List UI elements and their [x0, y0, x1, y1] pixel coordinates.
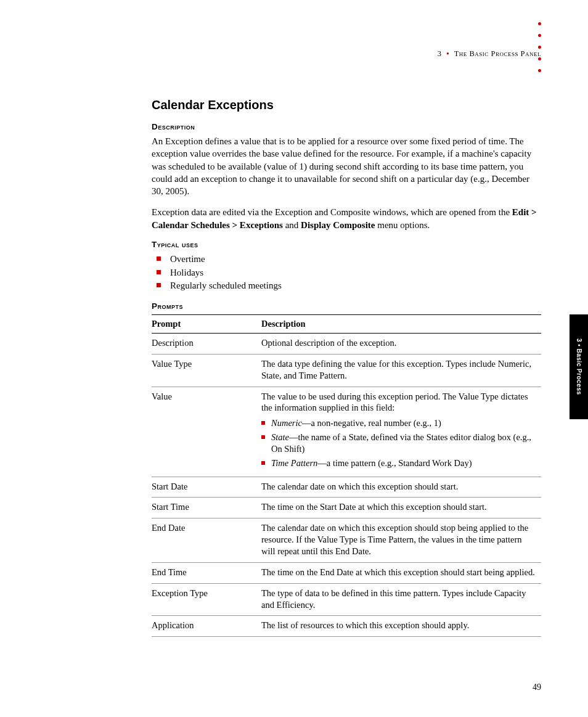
- cell-description: Optional description of the exception.: [261, 334, 541, 354]
- table-row: Exception Type The type of data to be de…: [152, 583, 541, 616]
- value-type-name: Numeric: [271, 418, 302, 428]
- p2-text-mid: and: [283, 220, 301, 230]
- header-separator-dot: •: [444, 49, 452, 58]
- list-item: Regularly scheduled meetings: [155, 279, 541, 293]
- list-item: Overtime: [155, 253, 541, 266]
- cell-description: The type of data to be defined in this t…: [261, 583, 541, 616]
- header-chapter-title: The Basic Process Panel: [454, 49, 541, 58]
- cell-value-intro: The value to be used during this excepti…: [261, 391, 528, 413]
- cell-description: The calendar date on which this exceptio…: [261, 518, 541, 563]
- cell-prompt: End Date: [152, 518, 261, 563]
- table-row: Value The value to be used during this e…: [152, 387, 541, 477]
- table-row: Description Optional description of the …: [152, 334, 541, 354]
- cell-prompt: Value Type: [152, 354, 261, 387]
- cell-description: The time on the End Date at which this e…: [261, 562, 541, 583]
- prompts-table: Prompt Description Description Optional …: [152, 314, 541, 637]
- p2-text-post: menu options.: [375, 220, 430, 230]
- cell-prompt: Value: [152, 387, 261, 477]
- table-header-description: Description: [261, 315, 541, 334]
- running-header: 3 • The Basic Process Panel: [152, 49, 541, 59]
- value-type-desc: —the name of a State, defined via the St…: [271, 432, 531, 454]
- header-chapter-number: 3: [438, 49, 442, 58]
- page-number: 49: [533, 682, 541, 692]
- cell-prompt: Start Time: [152, 498, 261, 518]
- subhead-prompts: Prompts: [152, 301, 541, 311]
- list-item: State—the name of a State, defined via t…: [261, 432, 536, 455]
- cell-prompt: Start Date: [152, 477, 261, 498]
- description-paragraph-1: An Exception defines a value that is to …: [152, 135, 541, 197]
- list-item: Holidays: [155, 266, 541, 280]
- table-row: Start Date The calendar date on which th…: [152, 477, 541, 498]
- description-paragraph-2: Exception data are edited via the Except…: [152, 206, 541, 231]
- subhead-typical-uses: Typical uses: [152, 240, 541, 249]
- value-type-name: Time Pattern: [271, 458, 317, 468]
- list-item: Numeric—a non-negative, real number (e.g…: [261, 417, 536, 429]
- value-type-desc: —a time pattern (e.g., Standard Work Day…: [317, 458, 472, 468]
- cell-description: The list of resources to which this exce…: [261, 616, 541, 637]
- cell-prompt: Exception Type: [152, 583, 261, 616]
- cell-description: The value to be used during this excepti…: [261, 387, 541, 477]
- cell-prompt: Application: [152, 616, 261, 637]
- subhead-description: Description: [152, 122, 541, 131]
- value-type-sublist: Numeric—a non-negative, real number (e.g…: [261, 417, 536, 469]
- p2-bold-display-composite: Display Composite: [301, 220, 375, 230]
- cell-description: The time on the Start Date at which this…: [261, 498, 541, 518]
- table-row: Value Type The data type defining the va…: [152, 354, 541, 387]
- list-item: Time Pattern—a time pattern (e.g., Stand…: [261, 457, 536, 469]
- table-row: End Time The time on the End Date at whi…: [152, 562, 541, 583]
- cell-description: The calendar date on which this exceptio…: [261, 477, 541, 498]
- typical-uses-list: Overtime Holidays Regularly scheduled me…: [155, 253, 541, 293]
- table-header-prompt: Prompt: [152, 315, 261, 334]
- table-row: End Date The calendar date on which this…: [152, 518, 541, 563]
- cell-prompt: Description: [152, 334, 261, 354]
- cell-description: The data type defining the value for thi…: [261, 354, 541, 387]
- value-type-desc: —a non-negative, real number (e.g., 1): [302, 418, 441, 428]
- cell-prompt: End Time: [152, 562, 261, 583]
- section-title: Calendar Exceptions: [152, 98, 541, 112]
- p2-text-pre: Exception data are edited via the Except…: [152, 207, 512, 217]
- table-row: Application The list of resources to whi…: [152, 616, 541, 637]
- table-row: Start Time The time on the Start Date at…: [152, 498, 541, 518]
- value-type-name: State: [271, 432, 289, 442]
